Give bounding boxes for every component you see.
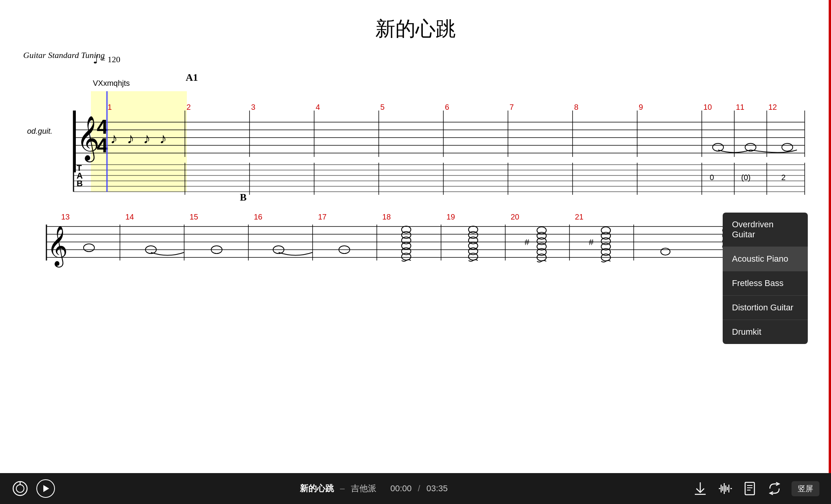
svg-point-120 <box>601 243 610 250</box>
svg-text:0: 0 <box>710 173 714 182</box>
repeat-button[interactable] <box>767 481 782 496</box>
svg-text:1: 1 <box>108 103 112 111</box>
svg-rect-2 <box>74 111 76 172</box>
svg-point-99 <box>402 237 411 244</box>
scroll-indicator <box>829 0 831 473</box>
tempo-marking: ♩ = 120 <box>93 53 120 66</box>
instrument-overdriven-guitar[interactable]: Overdriven Guitar <box>723 213 808 247</box>
svg-text:8: 8 <box>574 103 578 111</box>
svg-point-104 <box>469 232 478 238</box>
instrument-fretless-bass[interactable]: Fretless Bass <box>723 271 808 296</box>
svg-text:16: 16 <box>254 213 262 221</box>
svg-text:20: 20 <box>511 213 519 221</box>
svg-rect-143 <box>745 482 754 495</box>
player-time-total: 03:35 <box>426 484 448 494</box>
svg-text:12: 12 <box>768 103 777 111</box>
instrument-dropdown: Overdriven Guitar Acoustic Piano Fretles… <box>723 213 808 344</box>
section-a1-label: A1 <box>186 72 198 83</box>
svg-text:od.guit.: od.guit. <box>27 127 53 135</box>
staff-section-2: B 𝄞 13 14 15 16 17 18 19 <box>23 203 808 281</box>
svg-point-130 <box>16 485 24 492</box>
svg-text:19: 19 <box>446 213 455 221</box>
svg-text:𝄞: 𝄞 <box>47 226 68 268</box>
player-left <box>12 479 55 498</box>
tuning-label: Guitar Standard Tuning <box>23 50 831 60</box>
waveform-button[interactable] <box>717 481 733 496</box>
svg-point-118 <box>601 232 610 239</box>
instrument-drumkit[interactable]: Drumkit <box>723 320 808 344</box>
svg-point-103 <box>469 226 478 233</box>
staff-container-1: od.guit. 𝄞 <box>23 87 808 196</box>
svg-point-100 <box>402 242 411 249</box>
svg-text:2: 2 <box>781 173 785 182</box>
download-icon <box>692 481 708 496</box>
svg-text:♪: ♪ <box>143 130 150 146</box>
svg-point-62 <box>782 143 793 151</box>
svg-text:♪: ♪ <box>127 130 134 146</box>
svg-point-101 <box>402 248 411 255</box>
staff-section-1: ♩ = 120 VXxmqhjts A1 od.guit. <box>23 68 808 196</box>
tempo-note-symbol: ♩ <box>93 53 98 66</box>
score-area: 新的心跳 Guitar Standard Tuning ♩ = 120 VXxm… <box>0 0 831 473</box>
svg-point-112 <box>537 238 546 245</box>
player-song-title: 新的心跳 <box>300 483 334 494</box>
svg-point-107 <box>469 248 478 255</box>
play-icon <box>41 484 50 493</box>
svg-text:3: 3 <box>251 103 255 111</box>
svg-text:5: 5 <box>380 103 385 111</box>
svg-point-111 <box>537 232 546 239</box>
score-icon <box>742 481 757 496</box>
svg-point-106 <box>469 242 478 249</box>
svg-point-92 <box>84 244 94 252</box>
svg-text:#: # <box>525 237 530 247</box>
svg-point-113 <box>537 243 546 250</box>
score-button[interactable] <box>742 481 757 496</box>
tempo-text: VXxmqhjts <box>93 79 130 88</box>
song-title: 新的心跳 <box>0 0 831 50</box>
player-bar: 新的心跳 – 吉他派 00:00 / 03:35 <box>0 473 831 504</box>
svg-text:7: 7 <box>510 103 514 111</box>
svg-text:10: 10 <box>703 103 712 111</box>
svg-text:9: 9 <box>639 103 643 111</box>
svg-text:𝄞: 𝄞 <box>77 116 99 163</box>
svg-text:13: 13 <box>61 213 70 221</box>
svg-point-117 <box>601 227 610 234</box>
player-center: 新的心跳 – 吉他派 00:00 / 03:35 <box>55 483 692 494</box>
svg-text:♪: ♪ <box>110 130 118 146</box>
repeat-icon <box>767 481 782 496</box>
svg-text:21: 21 <box>575 213 583 221</box>
svg-text:14: 14 <box>125 213 134 221</box>
player-time-current: 00:00 <box>390 484 412 494</box>
loop-icon <box>12 480 29 497</box>
instrument-distortion-guitar[interactable]: Distortion Guitar <box>723 296 808 320</box>
svg-point-108 <box>469 253 478 260</box>
staff-svg-1: od.guit. 𝄞 <box>23 87 808 196</box>
svg-text:11: 11 <box>736 103 744 111</box>
svg-text:18: 18 <box>382 213 391 221</box>
staff-svg-2: 𝄞 13 14 15 16 17 18 19 20 21 <box>23 203 808 288</box>
svg-text:B: B <box>77 179 83 188</box>
player-genre: 吉他派 <box>351 483 376 494</box>
svg-text:♪: ♪ <box>159 130 167 146</box>
playhead-line <box>106 91 108 192</box>
vertical-screen-button[interactable]: 竖屏 <box>792 481 819 496</box>
loop-button[interactable] <box>12 480 29 497</box>
svg-point-119 <box>601 238 610 245</box>
svg-text:2: 2 <box>186 103 191 111</box>
player-right: 竖屏 <box>692 481 819 496</box>
svg-text:4: 4 <box>316 103 320 111</box>
svg-marker-132 <box>43 485 49 492</box>
waveform-icon <box>717 481 733 496</box>
svg-point-97 <box>402 226 411 233</box>
svg-text:15: 15 <box>190 213 198 221</box>
svg-text:#: # <box>589 237 594 247</box>
instrument-acoustic-piano[interactable]: Acoustic Piano <box>723 247 808 271</box>
svg-point-105 <box>469 237 478 244</box>
svg-text:17: 17 <box>318 213 327 221</box>
play-button[interactable] <box>36 479 55 498</box>
player-time-separator: / <box>418 484 420 494</box>
svg-point-123 <box>661 248 670 255</box>
download-button[interactable] <box>692 481 708 496</box>
svg-text:(0): (0) <box>741 173 751 182</box>
staff-container-2: 𝄞 13 14 15 16 17 18 19 20 21 <box>23 203 808 281</box>
